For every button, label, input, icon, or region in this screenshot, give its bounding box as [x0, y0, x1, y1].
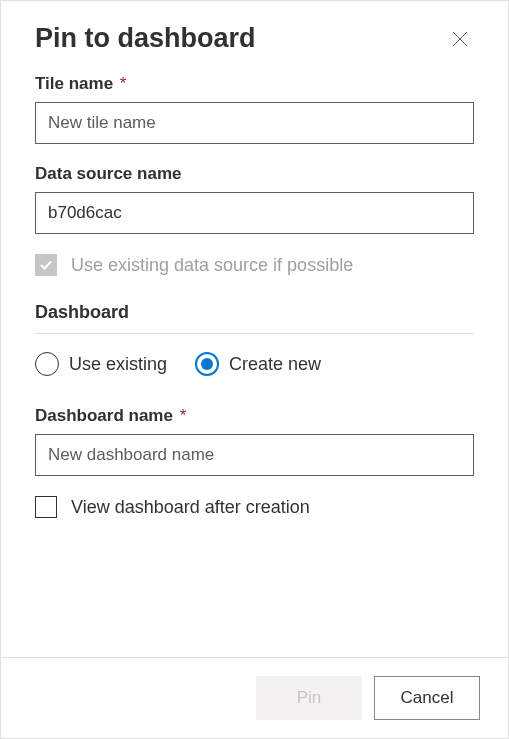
radio-use-existing[interactable]: Use existing	[35, 352, 167, 376]
use-existing-ds-row: Use existing data source if possible	[35, 254, 474, 276]
view-after-label: View dashboard after creation	[71, 497, 310, 518]
cancel-button[interactable]: Cancel	[374, 676, 480, 720]
dashboard-radio-group: Use existing Create new	[35, 352, 474, 376]
tile-name-input[interactable]	[35, 102, 474, 144]
radio-use-existing-label: Use existing	[69, 354, 167, 375]
dialog-header: Pin to dashboard	[35, 23, 474, 54]
dialog-title: Pin to dashboard	[35, 23, 256, 54]
dialog-body: Pin to dashboard Tile name * Data source…	[1, 1, 508, 657]
use-existing-ds-label: Use existing data source if possible	[71, 255, 353, 276]
close-icon	[452, 31, 468, 47]
pin-button[interactable]: Pin	[256, 676, 362, 720]
dialog-footer: Pin Cancel	[1, 657, 508, 738]
tile-name-field: Tile name *	[35, 74, 474, 144]
close-button[interactable]	[446, 25, 474, 53]
tile-name-label-text: Tile name	[35, 74, 113, 93]
data-source-label: Data source name	[35, 164, 474, 184]
radio-dot-icon	[201, 358, 213, 370]
tile-name-label: Tile name *	[35, 74, 474, 94]
divider	[35, 333, 474, 334]
dashboard-heading: Dashboard	[35, 302, 474, 323]
use-existing-ds-checkbox	[35, 254, 57, 276]
view-after-checkbox[interactable]	[35, 496, 57, 518]
dashboard-name-field: Dashboard name *	[35, 406, 474, 476]
required-asterisk: *	[180, 406, 187, 425]
data-source-field: Data source name	[35, 164, 474, 234]
dashboard-name-label-text: Dashboard name	[35, 406, 173, 425]
data-source-input[interactable]	[35, 192, 474, 234]
radio-create-new-label: Create new	[229, 354, 321, 375]
radio-circle-icon	[35, 352, 59, 376]
pin-to-dashboard-dialog: Pin to dashboard Tile name * Data source…	[0, 0, 509, 739]
radio-create-new[interactable]: Create new	[195, 352, 321, 376]
dashboard-name-label: Dashboard name *	[35, 406, 474, 426]
check-icon	[39, 258, 53, 272]
radio-circle-icon	[195, 352, 219, 376]
dashboard-name-input[interactable]	[35, 434, 474, 476]
required-asterisk: *	[120, 74, 127, 93]
view-after-row: View dashboard after creation	[35, 496, 474, 518]
